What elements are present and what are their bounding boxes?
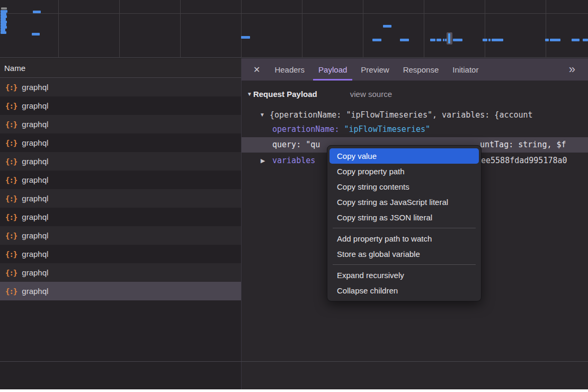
- overview-activity-bar: [32, 33, 40, 35]
- overview-activity-bar: [492, 39, 503, 41]
- json-request-icon: {:}: [5, 269, 17, 277]
- status-bar-divider: [0, 361, 588, 362]
- menu-separator: [333, 228, 476, 228]
- overview-activity-bar: [1, 31, 6, 34]
- devtools-screenshot: Name {:}graphql{:}graphql{:}graphql{:}gr…: [0, 0, 588, 392]
- panel-divider[interactable]: [241, 58, 242, 389]
- name-column-header[interactable]: Name: [0, 58, 241, 78]
- request-payload-section: ▼Request Payloadview source: [247, 88, 588, 101]
- close-icon[interactable]: ✕: [253, 65, 260, 75]
- overview-gridline: [546, 0, 546, 58]
- menu-item-copy-string-contents[interactable]: Copy string contents: [329, 179, 479, 194]
- json-request-icon: {:}: [5, 102, 17, 110]
- property-key: operationName:: [272, 124, 339, 134]
- json-request-icon: {:}: [5, 250, 17, 259]
- overview-activity-bar: [372, 39, 381, 41]
- tab-response[interactable]: Response: [398, 58, 444, 81]
- overview-activity-bar: [488, 39, 491, 41]
- menu-item-copy-string-as-json-literal[interactable]: Copy string as JSON literal: [329, 210, 479, 225]
- request-name-label: graphql: [22, 138, 48, 147]
- overview-gridline: [119, 0, 120, 58]
- menu-item-collapse-children[interactable]: Collapse children: [329, 283, 479, 298]
- query-text-left: query: "qu: [272, 140, 320, 149]
- menu-item-copy-value[interactable]: Copy value: [329, 148, 479, 164]
- menu-item-copy-string-as-javascript-literal[interactable]: Copy string as JavaScript literal: [329, 194, 479, 210]
- overview-activity-bar: [436, 39, 441, 41]
- section-title: Request Payload: [253, 90, 317, 99]
- overview-gridline: [424, 0, 424, 58]
- context-menu: Copy valueCopy property pathCopy string …: [327, 145, 482, 301]
- network-request-row[interactable]: {:}graphql: [0, 282, 241, 300]
- request-name-label: graphql: [22, 175, 48, 184]
- json-request-icon: {:}: [5, 120, 17, 129]
- request-list: {:}graphql{:}graphql{:}graphql{:}graphql…: [0, 78, 241, 300]
- payload-root-row[interactable]: ▼{operationName: "ipFlowTimeseries", var…: [242, 108, 588, 122]
- overview-gridline: [363, 0, 363, 58]
- network-request-row[interactable]: {:}graphql: [0, 78, 241, 96]
- property-value: "ipFlowTimeseries": [344, 124, 430, 134]
- overview-activity-bar: [430, 39, 435, 41]
- network-request-row[interactable]: {:}graphql: [0, 263, 241, 282]
- network-request-row[interactable]: {:}graphql: [0, 226, 241, 245]
- overview-activity-bar: [400, 39, 409, 41]
- overview-activity-bar: [483, 39, 487, 41]
- tab-preview[interactable]: Preview: [355, 58, 394, 81]
- view-source-link[interactable]: view source: [350, 90, 392, 99]
- overview-gridline: [58, 0, 59, 58]
- json-request-icon: {:}: [5, 157, 17, 166]
- request-name-label: graphql: [22, 83, 48, 92]
- operation-name-row[interactable]: operationName: "ipFlowTimeseries": [242, 122, 588, 137]
- expand-triangle-icon[interactable]: ▶: [261, 153, 265, 168]
- menu-item-copy-property-path[interactable]: Copy property path: [329, 164, 479, 179]
- overview-hover-marker: [447, 32, 452, 44]
- overview-gridline: [241, 0, 242, 58]
- menu-item-store-as-global-variable[interactable]: Store as global variable: [329, 246, 479, 262]
- overview-activity-bar: [443, 39, 444, 41]
- network-overview-timeline[interactable]: [0, 0, 588, 58]
- network-request-row[interactable]: {:}graphql: [0, 96, 241, 115]
- network-request-row[interactable]: {:}graphql: [0, 115, 241, 133]
- request-name-label: graphql: [22, 231, 48, 240]
- menu-item-expand-recursively[interactable]: Expand recursively: [329, 268, 479, 283]
- network-request-row[interactable]: {:}graphql: [0, 152, 241, 171]
- json-request-icon: {:}: [5, 83, 17, 92]
- query-text-right: untTag: string, $f: [480, 137, 566, 153]
- network-request-row[interactable]: {:}graphql: [0, 133, 241, 152]
- request-name-label: graphql: [22, 120, 48, 129]
- overview-gridline-horizontal: [0, 13, 588, 14]
- request-name-label: graphql: [22, 194, 48, 203]
- overview-activity-bar: [545, 39, 549, 41]
- collapse-triangle-icon[interactable]: ▼: [260, 112, 265, 118]
- menu-separator: [333, 264, 476, 265]
- overview-activity-bar: [241, 36, 250, 39]
- overview-activity-bar: [583, 39, 588, 41]
- request-name-label: graphql: [22, 268, 48, 277]
- tab-headers[interactable]: Headers: [269, 58, 310, 81]
- request-name-label: graphql: [22, 287, 48, 296]
- overview-gridline: [485, 0, 485, 58]
- request-name-label: graphql: [22, 250, 48, 259]
- json-request-icon: {:}: [5, 194, 17, 203]
- property-key: variables: [242, 156, 315, 165]
- json-request-icon: {:}: [5, 176, 17, 184]
- request-name-label: graphql: [22, 212, 48, 221]
- overview-hover-marker-bar: [448, 33, 450, 43]
- tab-payload[interactable]: Payload: [313, 58, 352, 81]
- more-tabs-icon[interactable]: »: [569, 64, 575, 75]
- collapse-triangle-icon[interactable]: ▼: [247, 91, 252, 97]
- network-request-row[interactable]: {:}graphql: [0, 245, 241, 263]
- overview-activity-bar: [572, 39, 580, 41]
- json-request-icon: {:}: [5, 139, 17, 147]
- json-request-icon: {:}: [5, 231, 17, 240]
- overview-gridline: [180, 0, 181, 58]
- request-name-label: graphql: [22, 101, 48, 110]
- network-request-row[interactable]: {:}graphql: [0, 189, 241, 208]
- network-request-row[interactable]: {:}graphql: [0, 171, 241, 189]
- menu-item-add-property-path-to-watch[interactable]: Add property path to watch: [329, 231, 479, 246]
- overview-activity-bar: [550, 39, 560, 41]
- tab-initiator[interactable]: Initiator: [447, 58, 484, 81]
- network-request-row[interactable]: {:}graphql: [0, 208, 241, 226]
- devtools-network-panel: Name {:}graphql{:}graphql{:}graphql{:}gr…: [0, 0, 588, 389]
- request-list-panel: Name {:}graphql{:}graphql{:}graphql{:}gr…: [0, 58, 241, 389]
- detail-tab-bar: ✕ HeadersPayloadPreviewResponseInitiator…: [242, 58, 588, 81]
